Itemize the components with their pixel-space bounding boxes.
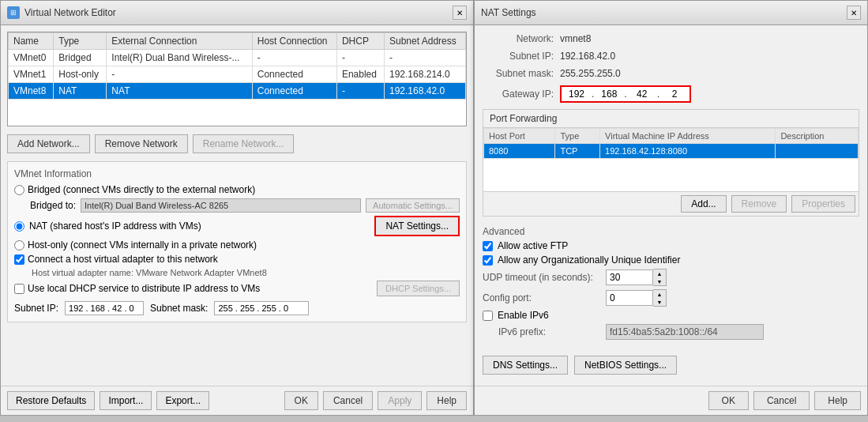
nat-subnet-mask-value: 255.255.255.0 — [560, 68, 621, 79]
dhcp-settings-button[interactable]: DHCP Settings... — [377, 281, 460, 296]
config-port-spinner: ▲ ▼ — [606, 289, 667, 307]
nat-close-button[interactable]: ✕ — [847, 6, 861, 20]
automatic-settings-button[interactable]: Automatic Settings... — [366, 198, 460, 213]
pf-properties-button[interactable]: Properties — [791, 195, 855, 213]
export-button[interactable]: Export... — [156, 391, 209, 410]
pf-table-container: Host Port Type Virtual Machine IP Addres… — [483, 128, 859, 191]
allow-ftp-label[interactable]: Allow active FTP — [498, 240, 568, 251]
nat-window: NAT Settings ✕ Network: vmnet8 Subnet IP… — [474, 0, 868, 416]
allow-oui-label[interactable]: Allow any Organizationally Unique Identi… — [498, 254, 680, 266]
host-only-radio[interactable] — [14, 240, 24, 251]
nat-radio[interactable] — [14, 221, 24, 232]
nat-cancel-button[interactable]: Cancel — [753, 391, 810, 410]
pf-button-row: Add... Remove Properties — [483, 191, 859, 216]
nat-settings-button[interactable]: NAT Settings... — [374, 216, 460, 236]
allow-oui-checkbox[interactable] — [483, 255, 493, 266]
nat-label[interactable]: NAT (shared host's IP address with VMs) — [29, 220, 201, 232]
nat-subnet-ip-row: Subnet IP: 192.168.42.0 — [483, 51, 859, 62]
vne-title-bar: ⊞ Virtual Network Editor ✕ — [1, 1, 473, 25]
enable-ipv6-checkbox[interactable] — [483, 311, 493, 321]
add-network-button[interactable]: Add Network... — [7, 134, 90, 153]
nat-ok-button[interactable]: OK — [708, 391, 749, 410]
vne-close-button[interactable]: ✕ — [453, 6, 467, 20]
import-button[interactable]: Import... — [100, 391, 152, 410]
dns-settings-button[interactable]: DNS Settings... — [483, 356, 568, 375]
dhcp-row: Use local DHCP service to distribute IP … — [14, 281, 460, 296]
vne-apply-button[interactable]: Apply — [378, 391, 422, 410]
bridged-label[interactable]: Bridged (connect VMs directly to the ext… — [28, 184, 255, 195]
udp-increment-button[interactable]: ▲ — [653, 269, 666, 277]
table-row[interactable]: VMnet1Host-only-ConnectedEnabled192.168.… — [9, 66, 466, 83]
enable-ipv6-label[interactable]: Enable IPv6 — [498, 310, 549, 321]
config-port-input[interactable] — [606, 290, 653, 306]
udp-timeout-input[interactable] — [606, 269, 653, 285]
config-decrement-button[interactable]: ▼ — [653, 298, 666, 306]
udp-spinner-buttons: ▲ ▼ — [653, 269, 667, 286]
vne-cancel-button[interactable]: Cancel — [323, 391, 373, 410]
dhcp-label[interactable]: Use local DHCP service to distribute IP … — [28, 283, 260, 294]
vne-help-button[interactable]: Help — [426, 391, 467, 410]
pf-add-button[interactable]: Add... — [681, 195, 726, 213]
table-row[interactable]: VMnet0BridgedIntel(R) Dual Band Wireless… — [9, 50, 466, 66]
nat-subnet-ip-value: 192.168.42.0 — [560, 51, 615, 62]
pf-col-desc: Description — [776, 129, 859, 144]
bridged-to-label: Bridged to: — [30, 200, 76, 211]
subnet-ip-input[interactable] — [65, 301, 144, 315]
port-forwarding-header: Port Forwarding — [483, 110, 859, 128]
nat-title-bar: NAT Settings ✕ — [475, 1, 867, 25]
pf-table-row[interactable]: 8080TCP192.168.42.128:8080 — [484, 144, 859, 159]
use-dhcp-checkbox[interactable] — [14, 284, 24, 294]
bridged-to-input[interactable] — [81, 198, 361, 213]
connect-adapter-checkbox[interactable] — [14, 254, 24, 265]
udp-timeout-spinner: ▲ ▼ — [606, 269, 667, 286]
col-ext: External Connection — [107, 33, 252, 50]
config-spinner-buttons: ▲ ▼ — [653, 289, 667, 307]
gateway-seg4[interactable] — [659, 87, 690, 101]
pf-col-host-port: Host Port — [484, 129, 555, 144]
ipv6-prefix-input[interactable] — [606, 324, 764, 340]
col-subnet: Subnet Address — [385, 33, 466, 50]
connect-adapter-label[interactable]: Connect a host virtual adapter to this n… — [28, 254, 218, 265]
network-table: Name Type External Connection Host Conne… — [8, 32, 466, 100]
rename-network-button[interactable]: Rename Network... — [193, 134, 295, 153]
enable-ipv6-row: Enable IPv6 — [483, 310, 859, 321]
vne-icon: ⊞ — [7, 6, 20, 19]
udp-decrement-button[interactable]: ▼ — [653, 277, 666, 285]
nat-gateway-label: Gateway IP: — [483, 89, 554, 100]
advanced-section: Advanced Allow active FTP Allow any Orga… — [483, 221, 859, 348]
nat-radio-row: NAT (shared host's IP address with VMs) … — [14, 216, 460, 236]
subnet-mask-input[interactable] — [214, 301, 309, 315]
nat-bottom-bar: OK Cancel Help — [475, 386, 867, 415]
vne-window: ⊞ Virtual Network Editor ✕ Name Type Ext… — [0, 0, 474, 416]
subnet-mask-label: Subnet mask: — [150, 303, 208, 314]
bridged-radio[interactable] — [14, 185, 24, 195]
vne-ok-button[interactable]: OK — [284, 391, 318, 410]
host-only-label[interactable]: Host-only (connect VMs internally in a p… — [28, 239, 257, 251]
restore-defaults-button[interactable]: Restore Defaults — [7, 391, 95, 410]
table-row[interactable]: VMnet8NATNATConnected-192.168.42.0 — [9, 83, 466, 100]
nat-network-row: Network: vmnet8 — [483, 33, 859, 44]
remove-network-button[interactable]: Remove Network — [95, 134, 188, 153]
gateway-seg1[interactable] — [562, 87, 592, 101]
port-forwarding-section: Port Forwarding Host Port Type Virtual M… — [483, 109, 859, 217]
allow-ftp-checkbox[interactable] — [483, 241, 493, 251]
udp-timeout-row: UDP timeout (in seconds): ▲ ▼ — [483, 269, 859, 286]
config-increment-button[interactable]: ▲ — [653, 290, 666, 298]
nat-content: Network: vmnet8 Subnet IP: 192.168.42.0 … — [475, 25, 867, 386]
advanced-title: Advanced — [483, 226, 859, 237]
gateway-seg2[interactable] — [594, 87, 624, 101]
allow-oui-row: Allow any Organizationally Unique Identi… — [483, 254, 859, 266]
config-port-label: Config port: — [483, 292, 601, 303]
nat-help-button[interactable]: Help — [814, 391, 861, 410]
nat-network-label: Network: — [483, 33, 554, 44]
netbios-settings-button[interactable]: NetBIOS Settings... — [574, 356, 677, 375]
nat-gateway-row: Gateway IP: . . . — [483, 85, 859, 103]
col-name: Name — [9, 33, 54, 50]
vmnet-info-title: VMnet Information — [14, 168, 460, 179]
pf-remove-button[interactable]: Remove — [731, 195, 787, 213]
ipv6-prefix-label: IPv6 prefix: — [483, 326, 601, 337]
pf-col-vm-ip: Virtual Machine IP Address — [600, 129, 776, 144]
gateway-seg3[interactable] — [627, 87, 657, 101]
vne-bottom-bar: Restore Defaults Import... Export... OK … — [1, 386, 473, 415]
pf-col-type: Type — [555, 129, 600, 144]
